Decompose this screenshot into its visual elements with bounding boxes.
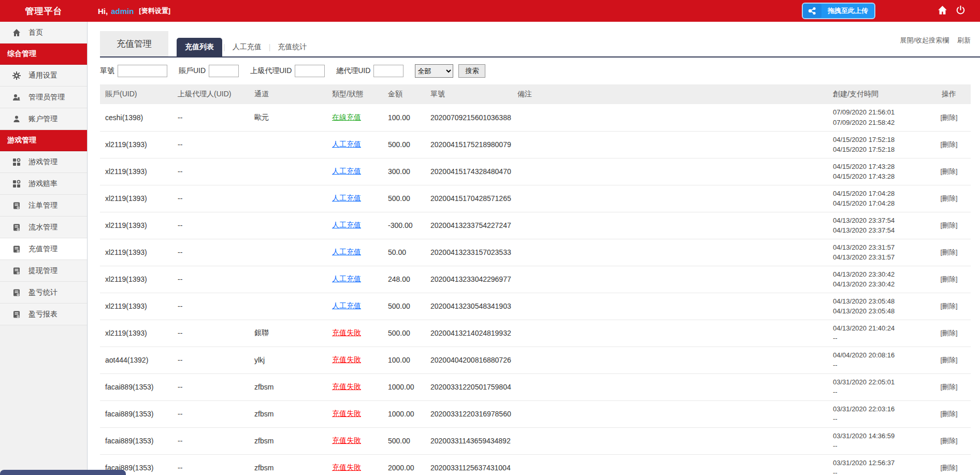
paid-time: -- [833, 360, 922, 370]
delete-link[interactable]: [刪除] [940, 329, 957, 337]
status-link[interactable]: 在線充值 [332, 113, 361, 121]
sidebar-item[interactable]: 游戏赔率 [0, 173, 87, 195]
agent-cell: -- [172, 347, 249, 373]
channel-cell [249, 239, 327, 266]
paid-time: 04/15/2020 17:43:28 [833, 171, 922, 182]
order-number-field[interactable] [118, 65, 167, 77]
sidebar-item[interactable]: 首页 [0, 22, 87, 44]
user-icon [12, 115, 21, 123]
status-link[interactable]: 人工充值 [332, 167, 361, 175]
status-link[interactable]: 充值失敗 [332, 436, 361, 444]
amount-cell: 500.00 [383, 185, 425, 212]
table-row: facai889(1353)--zfbsm充值失敗500.00202003311… [100, 427, 971, 454]
created-time: 04/15/2020 17:04:28 [833, 189, 922, 199]
sidebar-item[interactable]: 通用设置 [0, 65, 87, 87]
table-row: ceshi(1398)--歐元在線充值100.00202007092156010… [100, 104, 971, 131]
sub-tab[interactable]: 人工充值 [226, 38, 268, 56]
delete-link[interactable]: [刪除] [940, 464, 957, 471]
status-link[interactable]: 充值失敗 [332, 463, 361, 471]
power-icon[interactable] [956, 5, 965, 17]
home-icon [12, 28, 21, 37]
sidebar-item[interactable]: 游戏管理 [0, 151, 87, 173]
action-cell: [刪除] [927, 320, 971, 347]
sidebar-section-header: 游戏管理 [0, 130, 87, 151]
status-link[interactable]: 人工充值 [332, 140, 361, 148]
sidebar-item[interactable]: 充值管理 [0, 238, 87, 260]
status-link[interactable]: 人工充值 [332, 248, 361, 256]
created-time: 04/04/2020 20:08:16 [833, 350, 922, 361]
order-number-cell: 20200331125637431004 [425, 454, 512, 475]
table-row: facai889(1353)--zfbsm充值失敗2000.0020200331… [100, 454, 971, 475]
delete-link[interactable]: [刪除] [940, 383, 957, 391]
profile-settings-link[interactable]: [资料设置] [139, 6, 170, 16]
delete-link[interactable]: [刪除] [940, 194, 957, 202]
account-cell: xl2119(1393) [100, 266, 172, 293]
table-row: xl2119(1393)--銀聯充值失敗500.0020200413214024… [100, 320, 971, 347]
delete-link[interactable]: [刪除] [940, 356, 957, 364]
delete-link[interactable]: [刪除] [940, 275, 957, 283]
action-cell: [刪除] [927, 104, 971, 131]
sub-tab[interactable]: 充值统计 [271, 38, 313, 56]
status-cell: 充值失敗 [327, 400, 383, 427]
action-cell: [刪除] [927, 158, 971, 185]
status-link[interactable]: 人工充值 [332, 221, 361, 229]
created-time: 03/31/2020 12:56:37 [833, 458, 922, 468]
status-link[interactable]: 充值失敗 [332, 382, 361, 391]
status-filter-select[interactable]: 全部 [415, 64, 453, 78]
general-agent-uid-field[interactable] [373, 65, 403, 77]
delete-link[interactable]: [刪除] [940, 248, 957, 256]
status-link[interactable]: 人工充值 [332, 275, 361, 283]
delete-link[interactable]: [刪除] [940, 167, 957, 175]
agent-cell: -- [172, 373, 249, 400]
sub-tab[interactable]: 充值列表 [177, 38, 222, 56]
order-number-cell: 20200331220316978560 [425, 400, 512, 427]
status-link[interactable]: 充值失敗 [332, 328, 361, 337]
sidebar-item-label: 提现管理 [28, 266, 57, 276]
search-fields: 單號賬戶UID上級代理UID總代理UID [100, 65, 415, 77]
sidebar-item[interactable]: 账户管理 [0, 108, 87, 130]
refresh-link[interactable]: 刷新 [957, 36, 971, 45]
toggle-search-link[interactable]: 展開/收起搜索欄 [900, 36, 949, 45]
home-icon[interactable] [938, 5, 947, 17]
delete-link[interactable]: [刪除] [940, 410, 957, 418]
sidebar-item[interactable]: 盈亏统计 [0, 282, 87, 304]
search-button[interactable]: 搜索 [458, 64, 485, 78]
sidebar-item[interactable]: 盈亏报表 [0, 304, 87, 325]
column-header: 操作 [927, 84, 971, 104]
order-number-cell: 20200709215601036388 [425, 104, 512, 131]
paid-time: -- [833, 414, 922, 424]
note-cell [512, 347, 828, 373]
sidebar-item[interactable]: 提现管理 [0, 260, 87, 282]
agent-cell: -- [172, 212, 249, 239]
channel-cell: zfbsm [249, 427, 327, 454]
sidebar-item[interactable]: 管理员管理 [0, 87, 87, 108]
delete-link[interactable]: [刪除] [940, 113, 957, 121]
column-header: 備注 [512, 84, 828, 104]
table-row: xl2119(1393)--人工充值300.002020041517432848… [100, 158, 971, 185]
status-link[interactable]: 充值失敗 [332, 355, 361, 364]
drag-upload-button[interactable]: 拖拽至此上传 [802, 3, 875, 19]
sidebar-item[interactable]: 注单管理 [0, 195, 87, 217]
sidebar-filler [0, 325, 87, 475]
account-cell: facai889(1353) [100, 373, 172, 400]
action-cell: [刪除] [927, 212, 971, 239]
channel-cell: 歐元 [249, 104, 327, 131]
delete-link[interactable]: [刪除] [940, 437, 957, 444]
delete-link[interactable]: [刪除] [940, 221, 957, 229]
status-link[interactable]: 人工充值 [332, 301, 361, 310]
delete-link[interactable]: [刪除] [940, 302, 957, 310]
sidebar-item-label: 首页 [28, 28, 43, 37]
parent-agent-uid-field[interactable] [295, 65, 325, 77]
agent-cell: -- [172, 158, 249, 185]
time-cell: 03/31/2020 22:05:01-- [828, 373, 927, 400]
status-link[interactable]: 充值失敗 [332, 409, 361, 418]
time-cell: 04/13/2020 21:40:24-- [828, 320, 927, 347]
delete-link[interactable]: [刪除] [940, 140, 957, 148]
sidebar-item[interactable]: 流水管理 [0, 217, 87, 238]
channel-cell [249, 212, 327, 239]
status-cell: 人工充值 [327, 293, 383, 320]
status-link[interactable]: 人工充值 [332, 194, 361, 202]
note-cell [512, 212, 828, 239]
account-cell: xl2119(1393) [100, 131, 172, 158]
account-uid-field[interactable] [209, 65, 239, 77]
